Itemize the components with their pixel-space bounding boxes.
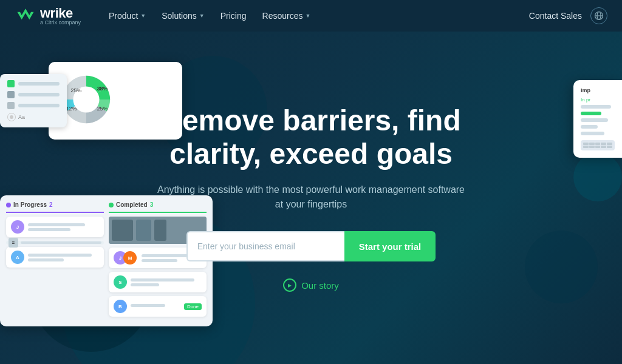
task-item-5: B Done [109,296,207,317]
svg-text:38%: 38% [97,86,108,92]
hero-section: Aa 38% [0,32,622,364]
nav-links: Product ▼ Solutions ▼ Pricing Resources … [103,7,529,24]
nav-item-resources[interactable]: Resources ▼ [256,7,317,24]
svg-text:25%: 25% [71,87,82,93]
logo[interactable]: wrike a Citrix company [15,7,81,25]
nav-right: Contact Sales [529,7,607,24]
our-story-label: Our story [301,280,339,291]
widget-card: Aa [0,74,67,127]
hero-title: Remove barriers, find clarity, exceed go… [153,104,469,170]
play-icon: ▶ [283,278,296,292]
in-progress-column: In Progress 2 J ≡ A [6,201,104,320]
start-trial-button[interactable]: Start your trial [344,231,436,261]
chevron-down-icon: ▼ [305,13,310,19]
task-item-1: J [6,217,104,237]
navbar: wrike a Citrix company Product ▼ Solutio… [0,0,622,32]
our-story-link[interactable]: ▶ Our story [153,278,469,292]
hero-content: Remove barriers, find clarity, exceed go… [141,104,481,292]
globe-icon [594,11,604,21]
cta-row: Start your trial [153,231,469,261]
nav-item-solutions[interactable]: Solutions ▼ [156,7,211,24]
chevron-down-icon: ▼ [140,13,146,19]
contact-sales-link[interactable]: Contact Sales [529,11,582,21]
svg-text:25%: 25% [97,106,108,112]
deco-circle-5 [573,153,622,201]
task-item-2: A [6,247,104,268]
hero-subtitle: Anything is possible with the most power… [153,183,469,212]
right-card-decoration: Imp In pr [573,80,622,158]
chevron-down-icon: ▼ [199,13,205,19]
nav-item-pricing[interactable]: Pricing [214,7,253,24]
svg-rect-11 [112,220,133,241]
svg-text:12%: 12% [66,106,77,112]
logo-sub: a Citrix company [40,20,81,25]
language-selector[interactable] [590,7,607,24]
svg-marker-0 [18,8,34,19]
nav-item-product[interactable]: Product ▼ [103,7,152,24]
wrike-logo-icon [15,7,36,24]
email-input[interactable] [186,231,344,261]
logo-name: wrike [40,7,81,20]
deco-circle-4 [525,231,598,303]
